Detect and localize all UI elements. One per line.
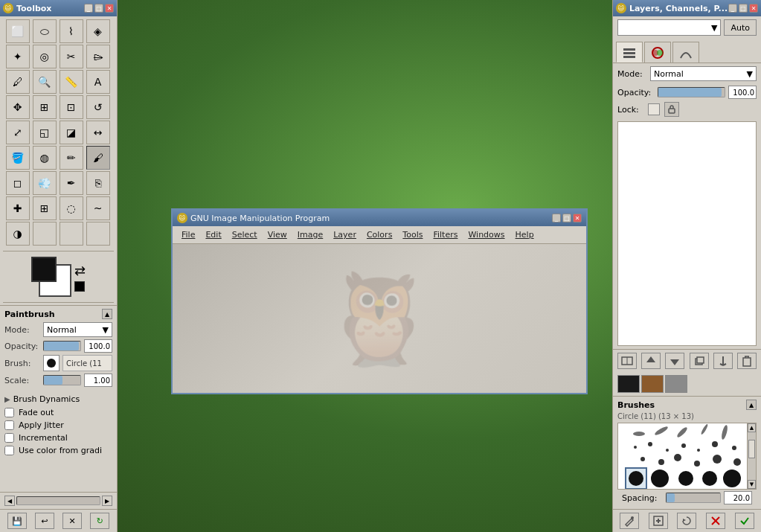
tool-color-select[interactable]: ◎ [33, 45, 57, 68]
swap-colors-button[interactable]: ⇄ [74, 263, 86, 278]
scrollbar-track[interactable] [16, 496, 100, 505]
tool-ellipse-select[interactable]: ⬭ [33, 19, 57, 43]
menu-layer[interactable]: Layer [329, 228, 361, 241]
lock-alpha-icon[interactable] [664, 102, 679, 117]
opacity-slider[interactable] [43, 341, 81, 351]
menu-edit[interactable]: Edit [201, 228, 225, 241]
tool-dodge-burn[interactable]: ◑ [6, 222, 30, 246]
brush-new-button[interactable] [649, 513, 668, 529]
cancel-button[interactable]: ✕ [62, 513, 82, 529]
scroll-left-button[interactable]: ◀ [4, 496, 15, 506]
tool-pencil[interactable]: ✏ [60, 146, 83, 170]
tool-shear[interactable]: ◱ [33, 121, 57, 144]
paintbrush-collapse[interactable]: ▲ [102, 309, 112, 319]
tool-rotate[interactable]: ↺ [86, 95, 110, 119]
layers-opacity-slider[interactable] [658, 87, 725, 97]
foreground-color-swatch[interactable] [31, 257, 57, 282]
undo-button[interactable]: ↩ [35, 513, 54, 529]
tool-paths[interactable]: ⌲ [86, 45, 110, 68]
tab-channels[interactable] [644, 42, 671, 63]
brush-dynamics-section[interactable]: ▶ Brush Dynamics [0, 392, 117, 406]
auto-button[interactable]: Auto [724, 19, 757, 36]
tool-perspective-clone[interactable]: ⊞ [33, 196, 57, 220]
mode-select[interactable]: Normal ▼ [43, 322, 112, 337]
layer-lower[interactable] [665, 353, 684, 369]
menu-colors[interactable]: Colors [362, 228, 396, 241]
tool-eraser[interactable]: ◻ [6, 171, 30, 195]
layers-minimize[interactable]: _ [728, 4, 737, 13]
tool-rect-select[interactable]: ⬜ [6, 19, 30, 43]
gimp-maximize-btn[interactable]: □ [562, 214, 571, 222]
gray-swatch[interactable] [665, 375, 687, 393]
menu-filters[interactable]: Filters [428, 228, 462, 241]
menu-view[interactable]: View [263, 228, 292, 241]
tab-layers[interactable] [616, 42, 643, 63]
menu-windows[interactable]: Windows [463, 228, 509, 241]
tool-paintbrush[interactable]: 🖌 [86, 146, 110, 170]
tool-color-picker[interactable]: 🖊 [6, 70, 30, 94]
brown-swatch[interactable] [641, 375, 664, 393]
brush-preview[interactable] [43, 355, 60, 371]
gimp-minimize-btn[interactable]: _ [552, 214, 561, 222]
scroll-right-button[interactable]: ▶ [102, 496, 112, 506]
layer-raise[interactable] [641, 353, 661, 369]
tool-scissors[interactable]: ✂ [60, 45, 83, 68]
apply-button[interactable]: ↻ [90, 513, 109, 529]
menu-image[interactable]: Image [293, 228, 327, 241]
brush-edit-button[interactable] [620, 513, 639, 529]
tool-align[interactable]: ⊞ [33, 95, 57, 119]
brushes-grid[interactable]: ▲ ▼ [617, 423, 757, 490]
tool-zoom[interactable]: 🔍 [33, 70, 57, 94]
scale-slider[interactable] [43, 375, 81, 385]
tool-measure[interactable]: 📏 [60, 70, 83, 94]
brush-apply-button[interactable] [735, 513, 754, 529]
layers-main-dropdown[interactable]: ▼ [617, 19, 721, 36]
tool-blur[interactable]: ◌ [60, 196, 83, 220]
tool-crop[interactable]: ⊡ [60, 95, 83, 119]
brush-refresh-button[interactable] [677, 513, 696, 529]
tool-heal[interactable]: ✚ [6, 196, 30, 220]
tool-bucket-fill[interactable]: 🪣 [6, 146, 30, 170]
apply-jitter-checkbox[interactable] [4, 420, 14, 430]
tool-foreground-select[interactable]: ◈ [86, 19, 110, 43]
layers-close[interactable]: ✕ [749, 4, 758, 13]
maximize-button[interactable]: □ [94, 4, 103, 13]
spacing-slider[interactable] [666, 493, 721, 503]
brush-scroll-thumb[interactable] [748, 440, 755, 458]
color-gradient-checkbox[interactable] [4, 446, 14, 455]
layers-mode-select[interactable]: Normal ▼ [650, 66, 757, 81]
brush-scroll-up[interactable]: ▲ [748, 423, 756, 432]
tab-paths[interactable] [672, 42, 699, 63]
tool-airbrush[interactable]: 💨 [33, 171, 57, 195]
menu-help[interactable]: Help [511, 228, 539, 241]
incremental-checkbox[interactable] [4, 433, 14, 443]
save-button[interactable]: 💾 [7, 513, 27, 529]
tool-text[interactable]: A [86, 70, 110, 94]
layers-maximize[interactable]: □ [739, 4, 748, 13]
gimp-close-btn[interactable]: ✕ [573, 214, 582, 222]
lock-checkbox[interactable] [648, 103, 660, 115]
brush-scroll-down[interactable]: ▼ [748, 480, 756, 489]
menu-file[interactable]: File [177, 228, 199, 241]
tool-ink[interactable]: ✒ [60, 171, 83, 195]
tool-scale[interactable]: ⤢ [6, 121, 30, 144]
minimize-button[interactable]: _ [84, 4, 93, 13]
gimp-canvas[interactable]: 🦉 [173, 244, 586, 393]
brushes-collapse[interactable]: ▲ [746, 400, 757, 410]
brush-delete-button[interactable] [706, 513, 725, 529]
tool-fuzzy-select[interactable]: ✦ [6, 45, 30, 68]
reset-colors-button[interactable] [74, 281, 85, 292]
tool-smudge[interactable]: ~ [86, 196, 110, 220]
layer-duplicate[interactable] [690, 353, 709, 369]
tool-flip[interactable]: ↔ [86, 121, 110, 144]
tool-blend[interactable]: ◍ [33, 146, 57, 170]
black-swatch[interactable] [617, 375, 640, 393]
close-button[interactable]: ✕ [105, 4, 114, 13]
layer-new-from-visible[interactable] [617, 353, 637, 369]
tool-lasso[interactable]: ⌇ [60, 19, 83, 43]
menu-tools[interactable]: Tools [398, 228, 427, 241]
tool-clone[interactable]: ⎘ [86, 171, 110, 195]
fade-out-checkbox[interactable] [4, 408, 14, 417]
menu-select[interactable]: Select [228, 228, 262, 241]
tool-perspective[interactable]: ◪ [60, 121, 83, 144]
